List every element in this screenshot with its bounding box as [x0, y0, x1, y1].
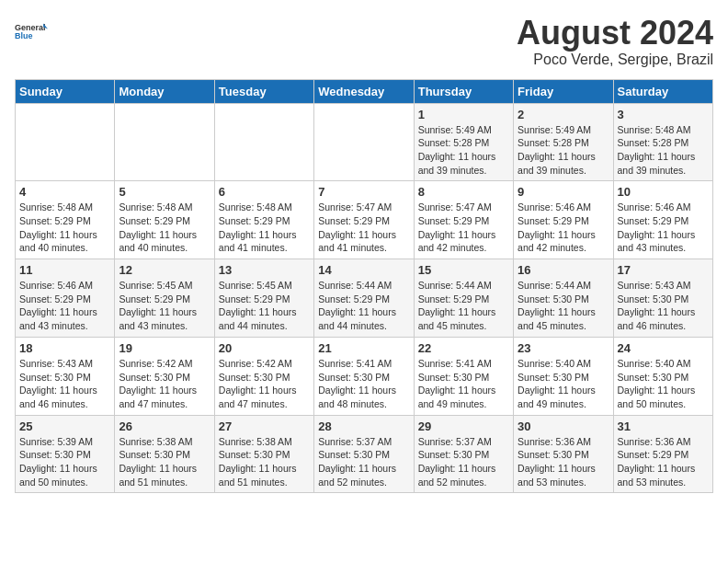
- calendar-week-row: 18Sunrise: 5:43 AM Sunset: 5:30 PM Dayli…: [16, 337, 713, 415]
- day-info: Sunrise: 5:49 AM Sunset: 5:28 PM Dayligh…: [418, 123, 509, 178]
- calendar-cell: 23Sunrise: 5:40 AM Sunset: 5:30 PM Dayli…: [514, 337, 613, 415]
- calendar-week-row: 1Sunrise: 5:49 AM Sunset: 5:28 PM Daylig…: [16, 103, 713, 181]
- calendar-cell: 2Sunrise: 5:49 AM Sunset: 5:28 PM Daylig…: [514, 103, 613, 181]
- calendar-cell: 31Sunrise: 5:36 AM Sunset: 5:29 PM Dayli…: [613, 415, 712, 493]
- day-number: 22: [418, 341, 509, 355]
- calendar-cell: 15Sunrise: 5:44 AM Sunset: 5:29 PM Dayli…: [414, 259, 513, 338]
- calendar-cell: 20Sunrise: 5:42 AM Sunset: 5:30 PM Dayli…: [214, 337, 313, 415]
- calendar-cell: 1Sunrise: 5:49 AM Sunset: 5:28 PM Daylig…: [414, 103, 513, 181]
- day-number: 10: [618, 185, 709, 199]
- day-number: 26: [119, 419, 210, 433]
- logo: General Blue: [15, 15, 48, 48]
- calendar-cell: 8Sunrise: 5:47 AM Sunset: 5:29 PM Daylig…: [414, 181, 513, 259]
- day-info: Sunrise: 5:48 AM Sunset: 5:28 PM Dayligh…: [618, 123, 709, 178]
- calendar-cell: 3Sunrise: 5:48 AM Sunset: 5:28 PM Daylig…: [613, 103, 712, 181]
- day-info: Sunrise: 5:42 AM Sunset: 5:30 PM Dayligh…: [219, 357, 310, 411]
- dow-header: Sunday: [16, 79, 115, 103]
- calendar-cell: 14Sunrise: 5:44 AM Sunset: 5:29 PM Dayli…: [314, 259, 414, 338]
- logo-svg: General Blue: [15, 15, 48, 48]
- day-number: 28: [318, 419, 409, 433]
- day-number: 21: [318, 341, 409, 355]
- dow-header: Wednesday: [314, 79, 414, 103]
- day-info: Sunrise: 5:36 AM Sunset: 5:30 PM Dayligh…: [518, 435, 609, 489]
- day-info: Sunrise: 5:41 AM Sunset: 5:30 PM Dayligh…: [418, 357, 509, 411]
- calendar-body: 1Sunrise: 5:49 AM Sunset: 5:28 PM Daylig…: [16, 103, 713, 493]
- day-info: Sunrise: 5:41 AM Sunset: 5:30 PM Dayligh…: [318, 357, 409, 411]
- day-info: Sunrise: 5:38 AM Sunset: 5:30 PM Dayligh…: [219, 435, 310, 489]
- days-of-week-row: SundayMondayTuesdayWednesdayThursdayFrid…: [16, 79, 713, 103]
- calendar-week-row: 25Sunrise: 5:39 AM Sunset: 5:30 PM Dayli…: [16, 415, 713, 493]
- calendar-cell: 28Sunrise: 5:37 AM Sunset: 5:30 PM Dayli…: [314, 415, 414, 493]
- calendar-cell: 10Sunrise: 5:46 AM Sunset: 5:29 PM Dayli…: [613, 181, 712, 259]
- day-number: 17: [618, 263, 709, 277]
- day-number: 9: [518, 185, 609, 199]
- day-info: Sunrise: 5:44 AM Sunset: 5:29 PM Dayligh…: [318, 279, 409, 333]
- calendar-week-row: 4Sunrise: 5:48 AM Sunset: 5:29 PM Daylig…: [16, 181, 713, 259]
- dow-header: Friday: [514, 79, 613, 103]
- calendar-cell: 11Sunrise: 5:46 AM Sunset: 5:29 PM Dayli…: [16, 259, 115, 338]
- calendar-cell: 6Sunrise: 5:48 AM Sunset: 5:29 PM Daylig…: [214, 181, 313, 259]
- day-info: Sunrise: 5:43 AM Sunset: 5:30 PM Dayligh…: [618, 279, 709, 333]
- dow-header: Saturday: [613, 79, 712, 103]
- day-number: 19: [119, 341, 210, 355]
- calendar-cell: 16Sunrise: 5:44 AM Sunset: 5:30 PM Dayli…: [514, 259, 613, 338]
- day-info: Sunrise: 5:36 AM Sunset: 5:29 PM Dayligh…: [618, 435, 709, 489]
- day-info: Sunrise: 5:39 AM Sunset: 5:30 PM Dayligh…: [19, 435, 110, 489]
- day-number: 29: [418, 419, 509, 433]
- calendar-cell: 13Sunrise: 5:45 AM Sunset: 5:29 PM Dayli…: [214, 259, 313, 338]
- day-info: Sunrise: 5:40 AM Sunset: 5:30 PM Dayligh…: [518, 357, 609, 411]
- dow-header: Monday: [115, 79, 214, 103]
- day-number: 14: [318, 263, 409, 277]
- calendar-cell: 17Sunrise: 5:43 AM Sunset: 5:30 PM Dayli…: [613, 259, 712, 338]
- day-number: 31: [618, 419, 709, 433]
- calendar-table: SundayMondayTuesdayWednesdayThursdayFrid…: [15, 79, 713, 494]
- calendar-week-row: 11Sunrise: 5:46 AM Sunset: 5:29 PM Dayli…: [16, 259, 713, 338]
- day-info: Sunrise: 5:44 AM Sunset: 5:30 PM Dayligh…: [518, 279, 609, 333]
- day-info: Sunrise: 5:48 AM Sunset: 5:29 PM Dayligh…: [119, 201, 210, 255]
- day-info: Sunrise: 5:37 AM Sunset: 5:30 PM Dayligh…: [418, 435, 509, 489]
- day-info: Sunrise: 5:44 AM Sunset: 5:29 PM Dayligh…: [418, 279, 509, 333]
- calendar-cell: 5Sunrise: 5:48 AM Sunset: 5:29 PM Daylig…: [115, 181, 214, 259]
- day-info: Sunrise: 5:43 AM Sunset: 5:30 PM Dayligh…: [19, 357, 110, 411]
- calendar-cell: 21Sunrise: 5:41 AM Sunset: 5:30 PM Dayli…: [314, 337, 414, 415]
- day-info: Sunrise: 5:46 AM Sunset: 5:29 PM Dayligh…: [518, 201, 609, 255]
- day-info: Sunrise: 5:49 AM Sunset: 5:28 PM Dayligh…: [518, 123, 609, 178]
- day-info: Sunrise: 5:40 AM Sunset: 5:30 PM Dayligh…: [618, 357, 709, 411]
- day-info: Sunrise: 5:48 AM Sunset: 5:29 PM Dayligh…: [19, 201, 110, 255]
- calendar-cell: 24Sunrise: 5:40 AM Sunset: 5:30 PM Dayli…: [613, 337, 712, 415]
- calendar-cell: 26Sunrise: 5:38 AM Sunset: 5:30 PM Dayli…: [115, 415, 214, 493]
- day-number: 20: [219, 341, 310, 355]
- calendar-cell: 29Sunrise: 5:37 AM Sunset: 5:30 PM Dayli…: [414, 415, 513, 493]
- day-number: 16: [518, 263, 609, 277]
- day-number: 1: [418, 108, 509, 121]
- day-number: 5: [119, 185, 210, 199]
- calendar-cell: [16, 103, 115, 181]
- calendar-cell: [115, 103, 214, 181]
- day-number: 30: [518, 419, 609, 433]
- day-number: 8: [418, 185, 509, 199]
- svg-text:Blue: Blue: [15, 31, 33, 40]
- day-number: 6: [219, 185, 310, 199]
- main-title: August 2024: [517, 15, 713, 52]
- day-info: Sunrise: 5:46 AM Sunset: 5:29 PM Dayligh…: [618, 201, 709, 255]
- day-number: 11: [19, 263, 110, 277]
- day-number: 7: [318, 185, 409, 199]
- calendar-cell: [214, 103, 313, 181]
- calendar-cell: 12Sunrise: 5:45 AM Sunset: 5:29 PM Dayli…: [115, 259, 214, 338]
- day-number: 4: [19, 185, 110, 199]
- day-info: Sunrise: 5:45 AM Sunset: 5:29 PM Dayligh…: [119, 279, 210, 333]
- day-number: 25: [19, 419, 110, 433]
- day-number: 24: [618, 341, 709, 355]
- calendar-cell: 25Sunrise: 5:39 AM Sunset: 5:30 PM Dayli…: [16, 415, 115, 493]
- day-number: 15: [418, 263, 509, 277]
- header: General Blue August 2024 Poco Verde, Ser…: [15, 15, 713, 68]
- calendar-cell: 30Sunrise: 5:36 AM Sunset: 5:30 PM Dayli…: [514, 415, 613, 493]
- day-number: 27: [219, 419, 310, 433]
- day-info: Sunrise: 5:47 AM Sunset: 5:29 PM Dayligh…: [418, 201, 509, 255]
- day-info: Sunrise: 5:45 AM Sunset: 5:29 PM Dayligh…: [219, 279, 310, 333]
- calendar-cell: 19Sunrise: 5:42 AM Sunset: 5:30 PM Dayli…: [115, 337, 214, 415]
- day-number: 13: [219, 263, 310, 277]
- day-info: Sunrise: 5:48 AM Sunset: 5:29 PM Dayligh…: [219, 201, 310, 255]
- dow-header: Thursday: [414, 79, 513, 103]
- day-number: 2: [518, 108, 609, 121]
